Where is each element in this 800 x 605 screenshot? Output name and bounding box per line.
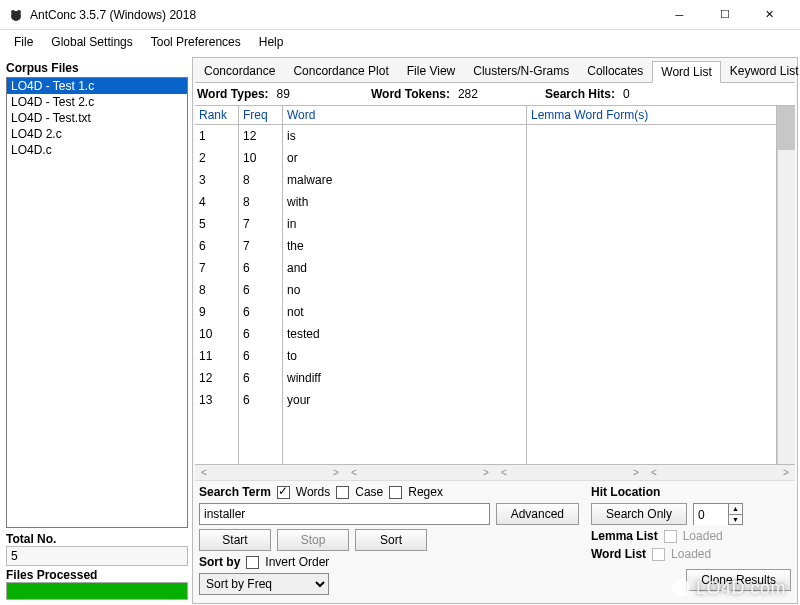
data-table: Rank 12345678910111213 Freq 121088776666… — [195, 105, 795, 465]
tab-file-view[interactable]: File View — [398, 60, 464, 82]
search-term-label: Search Term — [199, 485, 271, 499]
table-row[interactable]: 6 — [243, 323, 282, 345]
table-row[interactable]: 7 — [243, 213, 282, 235]
search-input[interactable] — [199, 503, 490, 525]
table-row[interactable]: your — [287, 389, 526, 411]
table-row[interactable]: with — [287, 191, 526, 213]
table-row[interactable]: 7 — [199, 257, 238, 279]
table-row[interactable]: 12 — [199, 367, 238, 389]
lemma-loaded-label: Loaded — [683, 529, 723, 543]
freq-header[interactable]: Freq — [239, 106, 282, 125]
lemma-loaded-checkbox — [664, 530, 677, 543]
table-row[interactable]: in — [287, 213, 526, 235]
list-item[interactable]: LO4D.c — [7, 142, 187, 158]
table-row[interactable]: 9 — [199, 301, 238, 323]
tab-concordance[interactable]: Concordance — [195, 60, 284, 82]
table-row[interactable]: 11 — [199, 345, 238, 367]
word-loaded-label: Loaded — [671, 547, 711, 561]
tab-clusters[interactable]: Clusters/N-Grams — [464, 60, 578, 82]
table-row[interactable]: malware — [287, 169, 526, 191]
menu-tool-preferences[interactable]: Tool Preferences — [143, 32, 249, 52]
table-row[interactable]: 10 — [199, 323, 238, 345]
tab-keyword-list[interactable]: Keyword List — [721, 60, 800, 82]
word-loaded-checkbox — [652, 548, 665, 561]
case-checkbox[interactable] — [336, 486, 349, 499]
regex-checkbox[interactable] — [389, 486, 402, 499]
left-panel: Corpus Files LO4D - Test 1.c LO4D - Test… — [2, 57, 192, 604]
table-row[interactable]: 6 — [243, 279, 282, 301]
maximize-button[interactable]: ☐ — [702, 1, 747, 29]
start-button[interactable]: Start — [199, 529, 271, 551]
total-no-label: Total No. — [6, 532, 188, 546]
tab-collocates[interactable]: Collocates — [578, 60, 652, 82]
table-row[interactable]: the — [287, 235, 526, 257]
hit-location-spinner[interactable]: ▲▼ — [693, 503, 743, 525]
menu-help[interactable]: Help — [251, 32, 292, 52]
lemma-header[interactable]: Lemma Word Form(s) — [527, 106, 776, 125]
table-row[interactable]: 6 — [243, 367, 282, 389]
table-row[interactable]: 12 — [243, 125, 282, 147]
sort-by-select[interactable]: Sort by Freq — [199, 573, 329, 595]
table-row[interactable]: 2 — [199, 147, 238, 169]
menu-global-settings[interactable]: Global Settings — [43, 32, 140, 52]
table-row[interactable]: 3 — [199, 169, 238, 191]
menu-file[interactable]: File — [6, 32, 41, 52]
minimize-button[interactable]: ─ — [657, 1, 702, 29]
word-header[interactable]: Word — [283, 106, 526, 125]
table-row[interactable]: not — [287, 301, 526, 323]
word-column: isormalwarewithintheandnonottestedtowind… — [283, 125, 526, 464]
chevron-right-icon[interactable]: > — [327, 467, 345, 478]
word-types-value: 89 — [277, 87, 290, 101]
words-checkbox[interactable] — [277, 486, 290, 499]
table-row[interactable]: 6 — [243, 257, 282, 279]
list-item[interactable]: LO4D - Test 2.c — [7, 94, 187, 110]
table-row[interactable]: windiff — [287, 367, 526, 389]
chevron-left-icon[interactable]: < — [645, 467, 663, 478]
right-panel: Concordance Concordance Plot File View C… — [192, 57, 798, 604]
table-row[interactable]: 1 — [199, 125, 238, 147]
table-row[interactable]: 6 — [243, 345, 282, 367]
invert-order-checkbox[interactable] — [246, 556, 259, 569]
tab-concordance-plot[interactable]: Concordance Plot — [284, 60, 397, 82]
chevron-right-icon[interactable]: > — [627, 467, 645, 478]
list-item[interactable]: LO4D 2.c — [7, 126, 187, 142]
table-row[interactable]: 6 — [199, 235, 238, 257]
table-row[interactable]: 7 — [243, 235, 282, 257]
list-item[interactable]: LO4D - Test 1.c — [7, 78, 187, 94]
spin-down-icon[interactable]: ▼ — [729, 515, 742, 525]
table-row[interactable]: no — [287, 279, 526, 301]
hit-location-value[interactable] — [694, 504, 728, 526]
table-row[interactable]: and — [287, 257, 526, 279]
search-only-button[interactable]: Search Only — [591, 503, 687, 525]
total-no-value: 5 — [6, 546, 188, 566]
chevron-left-icon[interactable]: < — [345, 467, 363, 478]
table-row[interactable]: 8 — [243, 169, 282, 191]
spin-up-icon[interactable]: ▲ — [729, 504, 742, 515]
vertical-scrollbar[interactable] — [777, 106, 795, 464]
chevron-left-icon[interactable]: < — [495, 467, 513, 478]
table-row[interactable]: 5 — [199, 213, 238, 235]
table-row[interactable]: 13 — [199, 389, 238, 411]
table-row[interactable]: tested — [287, 323, 526, 345]
close-button[interactable]: ✕ — [747, 1, 792, 29]
table-row[interactable]: is — [287, 125, 526, 147]
chevron-right-icon[interactable]: > — [777, 467, 795, 478]
table-row[interactable]: 6 — [243, 389, 282, 411]
sort-button[interactable]: Sort — [355, 529, 427, 551]
chevron-left-icon[interactable]: < — [195, 467, 213, 478]
corpus-files-list[interactable]: LO4D - Test 1.c LO4D - Test 2.c LO4D - T… — [6, 77, 188, 528]
table-row[interactable]: 4 — [199, 191, 238, 213]
table-row[interactable]: 8 — [199, 279, 238, 301]
tab-word-list[interactable]: Word List — [652, 61, 720, 83]
table-row[interactable]: 8 — [243, 191, 282, 213]
table-row[interactable]: 10 — [243, 147, 282, 169]
table-row[interactable]: 6 — [243, 301, 282, 323]
rank-header[interactable]: Rank — [195, 106, 238, 125]
table-row[interactable]: or — [287, 147, 526, 169]
app-icon — [8, 7, 24, 23]
table-row[interactable]: to — [287, 345, 526, 367]
stop-button[interactable]: Stop — [277, 529, 349, 551]
list-item[interactable]: LO4D - Test.txt — [7, 110, 187, 126]
advanced-button[interactable]: Advanced — [496, 503, 579, 525]
chevron-right-icon[interactable]: > — [477, 467, 495, 478]
